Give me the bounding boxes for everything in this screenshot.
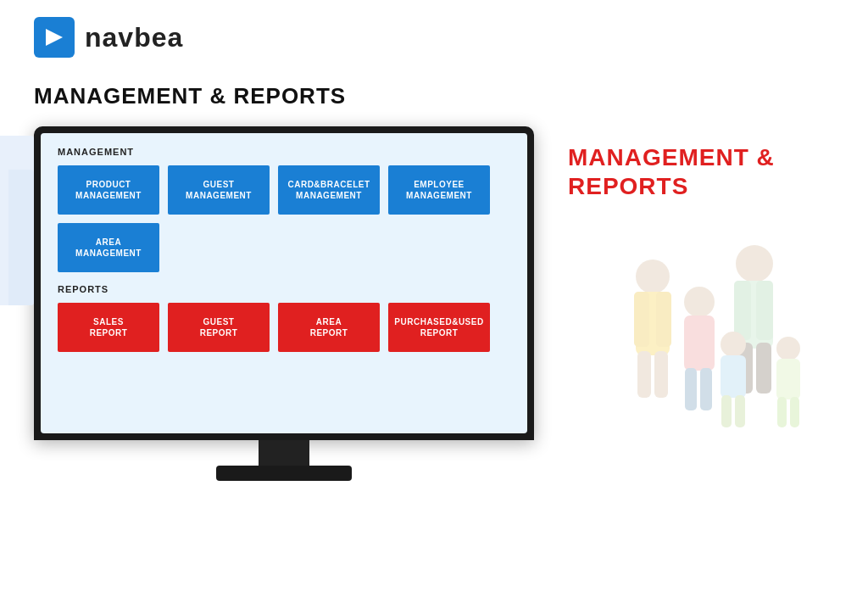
page-title: MANAGEMENT & REPORTS [0, 75, 868, 126]
svg-rect-12 [654, 351, 668, 398]
svg-rect-9 [634, 292, 649, 347]
svg-rect-6 [756, 343, 771, 394]
reports-section-label: REPORTS [58, 284, 510, 294]
product-management-button[interactable]: PRODUCTMANAGEMENT [58, 165, 159, 215]
management-section-label: MANAGEMENT [58, 147, 510, 157]
area-management-button[interactable]: AREAMANAGEMENT [58, 223, 159, 272]
svg-rect-14 [684, 315, 715, 371]
monitor-screen: MANAGEMENT PRODUCTMANAGEMENT GUESTMANAGE… [34, 126, 534, 440]
logo-area: navbea [0, 0, 868, 75]
reports-buttons-grid: SALESREPORT GUESTREPORT AREAREPORT PURCH… [58, 303, 510, 352]
right-panel-title: MANAGEMENT & REPORTS [568, 143, 839, 200]
svg-rect-20 [735, 395, 745, 427]
svg-point-7 [636, 260, 670, 293]
svg-rect-3 [734, 281, 751, 340]
screen-inner: MANAGEMENT PRODUCTMANAGEMENT GUESTMANAGE… [41, 133, 527, 433]
svg-rect-11 [637, 351, 651, 398]
svg-point-1 [736, 245, 773, 282]
management-buttons-grid: PRODUCTMANAGEMENT GUESTMANAGEMENT CARD&B… [58, 165, 510, 272]
employee-management-button[interactable]: EMPLOYEEMANAGEMENT [388, 165, 490, 215]
guest-report-button[interactable]: GUESTREPORT [168, 303, 270, 352]
area-report-button[interactable]: AREAREPORT [278, 303, 380, 352]
svg-rect-18 [721, 355, 746, 398]
svg-rect-19 [721, 395, 732, 427]
monitor-base [216, 466, 352, 481]
svg-rect-22 [776, 359, 800, 399]
svg-point-21 [776, 337, 800, 360]
svg-rect-4 [756, 281, 773, 340]
svg-rect-15 [685, 368, 697, 410]
logo-text: navbea [85, 22, 183, 53]
logo-icon [34, 17, 75, 58]
family-illustration [568, 217, 839, 429]
monitor-wrapper: MANAGEMENT PRODUCTMANAGEMENT GUESTMANAGE… [34, 126, 534, 481]
svg-rect-10 [656, 292, 671, 347]
svg-point-13 [684, 287, 715, 317]
sales-report-button[interactable]: SALESREPORT [58, 303, 159, 352]
monitor-neck [259, 440, 309, 466]
guest-management-button[interactable]: GUESTMANAGEMENT [168, 165, 270, 215]
svg-marker-0 [46, 29, 63, 46]
svg-rect-24 [790, 397, 799, 427]
svg-point-17 [721, 332, 746, 357]
right-panel: MANAGEMENT & REPORTS [568, 126, 839, 429]
svg-rect-16 [700, 368, 712, 410]
svg-rect-23 [777, 397, 787, 427]
purchased-used-report-button[interactable]: PURCHASED&USEDREPORT [388, 303, 490, 352]
main-content: MANAGEMENT PRODUCTMANAGEMENT GUESTMANAGE… [0, 126, 868, 481]
card-bracelet-management-button[interactable]: CARD&BRACELETMANAGEMENT [278, 165, 380, 215]
